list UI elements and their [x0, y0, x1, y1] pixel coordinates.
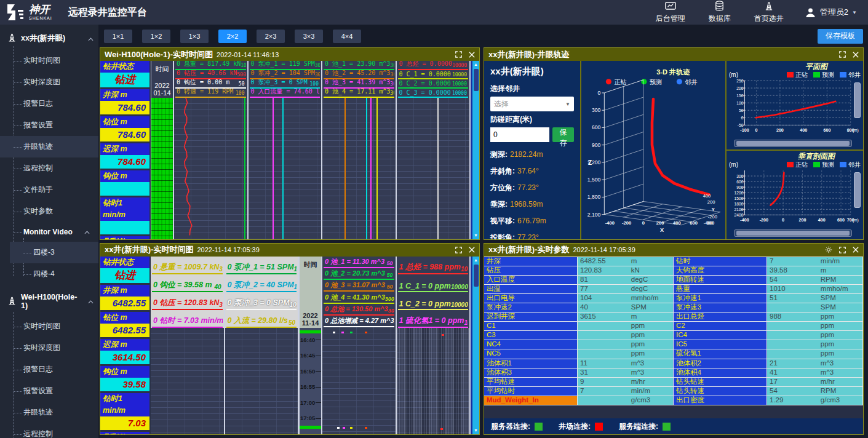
- sidebar-item-报警日志[interactable]: 报警日志: [0, 93, 98, 114]
- svg-text:300: 300: [592, 107, 601, 113]
- plan-horizontal-scrollbar[interactable]: [734, 140, 852, 147]
- user-menu[interactable]: 管理员2 ▼: [805, 7, 857, 18]
- scrollbar-thumb[interactable]: [474, 265, 479, 287]
- sidebar-item-实时深度图[interactable]: 实时深度图: [0, 337, 98, 359]
- sidebar-item-报警设置[interactable]: 报警设置: [0, 380, 98, 402]
- trajectory-stat-row: 投影角:77.23°: [490, 233, 574, 239]
- layout-button-1×2[interactable]: 1×2: [142, 30, 170, 43]
- close-icon[interactable]: [469, 247, 475, 253]
- stat-label: 测深:: [490, 150, 508, 159]
- time-chart-body: 钻井状态钻进井深 m6482.55钻位 m6482.55迟深 m3614.50钩…: [100, 257, 479, 435]
- curve-label-text: 0 C_3 = 0.0000: [399, 89, 451, 96]
- sidebar-item-四楼-3[interactable]: 四楼-3: [10, 242, 98, 263]
- legend-label: 正钻: [795, 161, 808, 169]
- curve-label-text: 0 钩位 = 0.00 m: [177, 79, 229, 87]
- curve-label: 0 总烃 = 0.000010000: [398, 61, 469, 70]
- section-vertical-scrollbar[interactable]: [854, 172, 861, 208]
- curve-label: 0 池_2 = 20.73 m^350: [324, 268, 394, 280]
- param-block: 钻井状态钻进: [100, 257, 149, 283]
- param-cell-value: 31m^3: [578, 368, 674, 377]
- chevron-up-icon: [88, 34, 94, 43]
- sidebar-well-node-1[interactable]: xx井(新井眼): [0, 25, 98, 50]
- sidebar-well-node-2[interactable]: Wei-H100(Hole-1): [0, 285, 98, 316]
- sidebar-item-label: 远程控制: [23, 429, 53, 438]
- neighbor-select[interactable]: 选择 ▼: [490, 97, 574, 111]
- close-icon[interactable]: [853, 247, 859, 253]
- layout-button-2×3[interactable]: 2×3: [257, 30, 285, 43]
- svg-text:600: 600: [837, 217, 845, 222]
- scroll-up-arrow[interactable]: ▲: [472, 257, 479, 264]
- expand-icon[interactable]: [839, 51, 846, 58]
- param-unit-text: RPM: [821, 276, 837, 284]
- vertical-scrollbar[interactable]: ▲▼: [471, 61, 479, 239]
- plan-vertical-scrollbar[interactable]: [854, 82, 861, 118]
- track-grid: [397, 98, 470, 239]
- param-unit-text: m: [631, 313, 637, 321]
- expand-icon[interactable]: [839, 247, 846, 253]
- track-curve-labels: 1 总烃 = 988 ppm100001 C_1 = 0 ppm100001 C…: [397, 257, 470, 328]
- scroll-up-arrow[interactable]: ▲: [472, 61, 479, 68]
- param-value-text: 104: [580, 294, 592, 301]
- sidebar-item-实时参数[interactable]: 实时参数: [0, 201, 98, 222]
- legend-item: 预测: [813, 71, 834, 79]
- sidebar-item-远程控制[interactable]: 远程控制: [0, 423, 98, 438]
- legend-label: 预测: [822, 71, 834, 79]
- collision-distance-input[interactable]: [490, 127, 549, 142]
- param-label: 钩位 m: [100, 170, 149, 182]
- param-unit-text: kN: [631, 266, 640, 275]
- close-icon[interactable]: [853, 52, 859, 58]
- chart-track-1: 0 悬重 = 1009.7 kN30000 钩位 = 39.58 m400 钻压…: [151, 257, 225, 435]
- param-label: 井深 m: [100, 89, 149, 101]
- well-node-label: Wei-H100(Hole-1): [21, 293, 84, 310]
- expand-icon[interactable]: [455, 247, 462, 253]
- sidebar-item-报警设置[interactable]: 报警设置: [0, 114, 98, 136]
- sidebar-item-实时时间图[interactable]: 实时时间图: [0, 316, 98, 337]
- time-column-title: 时间: [151, 65, 173, 74]
- scroll-down-arrow[interactable]: ▼: [472, 427, 479, 434]
- save-template-button[interactable]: 保存模板: [818, 29, 863, 44]
- nav-item-admin[interactable]: 后台管理: [656, 1, 685, 24]
- track-curve-labels: 0 悬重 = 1009.7 kN30000 钩位 = 39.58 m400 钻压…: [151, 257, 224, 328]
- curve-label: 0 转速 = 119 RPM100: [175, 89, 246, 98]
- param-value: [100, 221, 149, 234]
- scroll-down-arrow[interactable]: ▼: [472, 232, 479, 239]
- sidebar-item-label: 文件助手: [23, 185, 53, 194]
- sidebar-item-实时时间图[interactable]: 实时时间图: [0, 50, 98, 71]
- layout-button-1×3[interactable]: 1×3: [180, 30, 209, 43]
- param-cell-value: 11m^3: [578, 359, 674, 368]
- time-column-date: 01-14: [151, 89, 173, 97]
- param-cell-label: 出口密度: [674, 396, 767, 405]
- param-cell-label: 泵冲速1: [674, 294, 767, 303]
- scrollbar-thumb[interactable]: [474, 69, 479, 91]
- param-cell-value: 51SPM: [767, 294, 863, 303]
- gear-icon[interactable]: [825, 246, 832, 253]
- well-tree-sidebar: xx井(新井眼)实时时间图实时深度图报警日志报警设置井眼轨迹远程控制文件助手实时…: [0, 25, 98, 438]
- param-unit-text: degC: [631, 276, 648, 284]
- sidebar-item-Monitor Video[interactable]: Monitor Video: [0, 222, 98, 242]
- nav-item-database[interactable]: 数据库: [709, 1, 731, 24]
- param-value: 3614.50: [100, 351, 149, 364]
- svg-text:400: 400: [800, 128, 807, 133]
- layout-button-3×3[interactable]: 3×3: [295, 30, 323, 43]
- param-block: 迟深 m3614.50: [100, 339, 149, 364]
- close-icon[interactable]: [469, 52, 475, 58]
- param-cell-value: ppm: [578, 340, 674, 349]
- sidebar-item-报警日志[interactable]: 报警日志: [0, 359, 98, 380]
- vertical-scrollbar[interactable]: ▲▼: [471, 257, 479, 435]
- layout-button-1×1[interactable]: 1×1: [104, 30, 132, 43]
- layout-button-4×4[interactable]: 4×4: [333, 30, 361, 43]
- sidebar-item-实时深度图[interactable]: 实时深度图: [0, 71, 98, 93]
- param-value: 钻进: [100, 268, 149, 283]
- sidebar-item-井眼轨迹[interactable]: 井眼轨迹: [0, 136, 98, 157]
- sidebar-item-井眼轨迹[interactable]: 井眼轨迹: [0, 402, 98, 423]
- sidebar-item-文件助手[interactable]: 文件助手: [0, 179, 98, 201]
- param-cell-value: 77degC: [578, 285, 674, 293]
- collision-save-button[interactable]: 保存: [552, 127, 574, 142]
- svg-text:(m): (m): [853, 128, 859, 133]
- layout-button-2×2[interactable]: 2×2: [218, 30, 247, 43]
- nav-item-home[interactable]: 首页选井: [754, 1, 784, 24]
- section-horizontal-scrollbar[interactable]: [734, 229, 852, 237]
- expand-icon[interactable]: [455, 51, 462, 58]
- sidebar-item-四楼-4[interactable]: 四楼-4: [10, 263, 98, 285]
- sidebar-item-远程控制[interactable]: 远程控制: [0, 157, 98, 179]
